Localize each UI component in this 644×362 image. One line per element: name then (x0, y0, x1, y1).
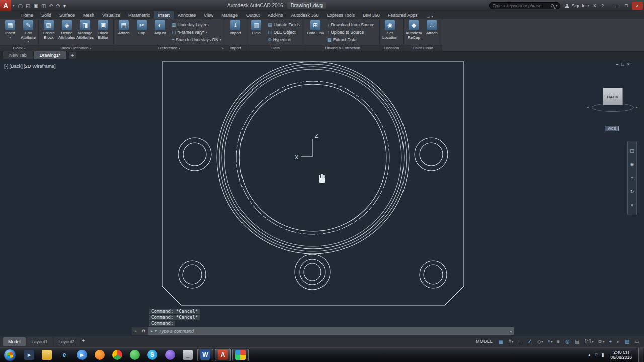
viewcube[interactable]: BACK (603, 88, 623, 105)
ribbon-tab[interactable]: Output (242, 11, 264, 19)
autodesk-recap-button[interactable]: ◆ Autodesk ReCap (405, 20, 422, 40)
autocad-app-menu-button[interactable]: A (0, 0, 11, 11)
ribbon-tab[interactable]: Solid (37, 11, 55, 19)
workspace-switching-icon[interactable]: ⚙▾ (598, 339, 604, 344)
layout-tab-layout2[interactable]: Layout2 (54, 337, 80, 346)
ribbon-tab[interactable]: BIM 360 (359, 11, 384, 19)
search-icon[interactable] (551, 4, 554, 7)
model-space-canvas[interactable]: Z X [-][Back][2D Wireframe] – □ × BACK ◂… (0, 59, 644, 336)
taskbar-icon-chrome[interactable] (109, 349, 125, 361)
qat-open-icon[interactable]: ◱ (26, 3, 30, 9)
panel-label-location[interactable]: Location (380, 45, 403, 51)
ribbon-tab[interactable]: Parametric (124, 11, 154, 19)
object-snap-icon[interactable]: ⌖▾ (548, 338, 553, 344)
annotation-visibility-icon[interactable]: ◎ (565, 339, 570, 344)
annotation-scale-button[interactable]: 1:1▾ (584, 339, 593, 344)
exchange-apps-icon[interactable]: X (593, 3, 596, 8)
tray-show-hidden-icon[interactable]: ▴ (588, 352, 591, 357)
taskbar-icon-explorer[interactable] (39, 349, 55, 361)
viewport-view-control[interactable]: [Back] (9, 63, 22, 69)
ribbon-tab[interactable]: Insert (154, 11, 174, 19)
navbar-full-nav-icon[interactable]: ◳ (630, 148, 634, 153)
panel-label-import[interactable]: Import (225, 45, 246, 51)
block-editor-button[interactable]: ▣ Block Editor (95, 20, 112, 40)
new-drawing-tab-button[interactable]: + (69, 52, 76, 59)
ribbon-tab[interactable]: Manage (217, 11, 242, 19)
file-tab-new[interactable]: New Tab (3, 51, 33, 59)
download-from-source-button[interactable]: ↓ Download from Source (325, 21, 378, 28)
clean-screen-icon[interactable]: ▭ (635, 339, 640, 344)
command-input[interactable]: ▸ ▾ Type a command (148, 329, 510, 334)
command-customize-icon[interactable]: ⚙ (142, 329, 145, 333)
panel-label-block-definition[interactable]: Block Definition▾ (39, 45, 113, 51)
taskbar-icon-app-orange[interactable] (92, 349, 108, 361)
infocenter-search[interactable]: ▾ (489, 2, 560, 9)
help-icon[interactable]: ? (601, 3, 604, 8)
lineweight-icon[interactable]: ≡ (557, 339, 560, 344)
navbar-zoom-icon[interactable]: ± (631, 175, 633, 180)
data-link-button[interactable]: ⊞ Data Link (307, 20, 324, 36)
graphics-performance-icon[interactable]: ▧ (625, 339, 630, 344)
start-button[interactable] (4, 349, 16, 361)
define-attributes-button[interactable]: ◈ Define Attributes (58, 20, 75, 40)
create-block-button[interactable]: ▧ Create Block (40, 20, 57, 40)
panel-label-linking-extraction[interactable]: Linking & Extraction (305, 45, 379, 51)
taskbar-icon-ie[interactable]: e (56, 349, 72, 361)
snap-to-underlays-dropdown[interactable]: ⌖ Snap to Underlays ON ▾ (170, 36, 223, 43)
snap-mode-icon[interactable]: #▾ (509, 339, 514, 344)
minimize-button[interactable]: — (610, 2, 621, 10)
ribbon-tab[interactable]: View (200, 11, 217, 19)
layout-tab-layout1[interactable]: Layout1 (27, 337, 53, 346)
show-desktop-button[interactable] (638, 348, 643, 362)
app-menu-caret-icon[interactable]: ▾ (13, 4, 15, 8)
viewcube-compass-ring[interactable] (592, 103, 634, 112)
ribbon-tab[interactable]: Surface (55, 11, 79, 19)
tray-network-icon[interactable]: ▮ (602, 352, 604, 357)
taskbar-clock[interactable]: 2:48 CH 06/08/2016 (607, 350, 635, 360)
drawing-geometry[interactable]: Z X (0, 59, 644, 336)
viewport-visual-style-control[interactable]: [2D Wireframe] (24, 63, 56, 69)
adjust-button[interactable]: ◐ Adjust (151, 20, 169, 36)
update-fields-button[interactable]: ▤ Update Fields (266, 21, 303, 28)
panel-label-reference[interactable]: Reference▾ ↘ (114, 45, 225, 51)
restore-button[interactable]: □ (621, 2, 632, 10)
drawing-close-button[interactable]: × (627, 62, 629, 67)
taskbar-icon-media-app[interactable]: ▸ (21, 349, 37, 361)
drawing-restore-button[interactable]: □ (621, 62, 624, 67)
search-input[interactable] (492, 3, 548, 8)
navbar-pan-icon[interactable]: ◉ (630, 162, 634, 167)
ribbon-tab[interactable]: Mesh (79, 11, 98, 19)
taskbar-icon-window-app[interactable]: _ (180, 349, 196, 361)
sign-in-button[interactable]: Sign In ▾ (565, 3, 589, 8)
qat-redo-icon[interactable]: ↷ (56, 3, 60, 9)
underlay-layers-button[interactable]: ▥ Underlay Layers (170, 21, 223, 28)
annotation-monitor-icon[interactable]: + (609, 339, 612, 344)
tray-action-center-icon[interactable]: ⚐ (594, 352, 598, 357)
search-caret-icon[interactable]: ▾ (556, 4, 558, 8)
panel-label-block[interactable]: Block▾ (0, 45, 38, 51)
edit-attribute-button[interactable]: ✎ Edit Attribute ▾ (20, 20, 37, 43)
upload-to-source-button[interactable]: ↑ Upload to Source (325, 28, 378, 36)
insert-block-button[interactable]: ▦ Insert ▾ (2, 20, 19, 43)
polar-tracking-icon[interactable]: ∠ (528, 339, 533, 344)
new-layout-button[interactable]: + (80, 337, 87, 344)
close-button[interactable]: × (632, 2, 643, 10)
ribbon-tab[interactable]: Home (17, 11, 37, 19)
set-location-button[interactable]: ◉ Set Location (381, 20, 398, 40)
grid-display-icon[interactable]: ▦ (499, 339, 504, 344)
taskbar-icon-word[interactable]: W (197, 349, 213, 361)
viewcube-rotate-left-icon[interactable]: ◂ (587, 105, 589, 109)
taskbar-icon-wmp[interactable]: ▸ (74, 349, 90, 361)
qat-undo-icon[interactable]: ↶ (49, 3, 53, 9)
ribbon-tab[interactable]: Visualize (98, 11, 124, 19)
qat-dropdown-icon[interactable]: ▾ (63, 3, 66, 9)
taskbar-icon-capture-app[interactable] (232, 349, 249, 361)
extract-data-button[interactable]: ▦ Extract Data (325, 36, 378, 43)
viewport-menu-control[interactable]: [-] (4, 63, 8, 69)
import-button[interactable]: ↧ Import (227, 20, 244, 36)
qat-save-icon[interactable]: ▣ (33, 3, 38, 9)
taskbar-icon-app-purple[interactable] (162, 349, 178, 361)
navbar-orbit-icon[interactable]: ↻ (630, 189, 634, 194)
drawing-minimize-button[interactable]: – (616, 62, 618, 67)
taskbar-icon-app-green[interactable] (127, 349, 143, 361)
